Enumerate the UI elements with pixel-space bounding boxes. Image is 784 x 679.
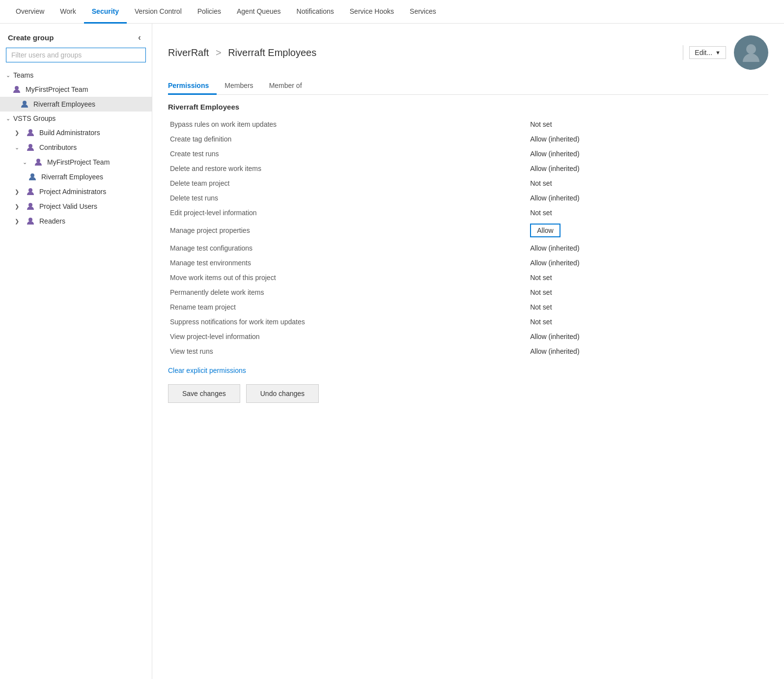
svg-point-9 <box>746 44 756 54</box>
table-row: Create test runsAllow (inherited) <box>168 146 768 161</box>
contributors-label: Contributors <box>39 143 77 151</box>
sidebar: Create group ‹ ⌄ Teams MyFirstProject Te… <box>0 24 152 679</box>
sidebar-item-myfirstproject-team[interactable]: MyFirstProject Team <box>0 82 152 97</box>
table-row: Move work items out of this projectNot s… <box>168 270 768 285</box>
sidebar-item-myfp-sub[interactable]: ⌄ MyFirstProject Team <box>0 155 152 170</box>
permission-value: Allow (inherited) <box>528 255 768 270</box>
sidebar-item-riverraft-sub[interactable]: Riverraft Employees <box>0 170 152 184</box>
group-icon-readers <box>26 216 35 226</box>
sidebar-header: Create group ‹ <box>0 24 152 48</box>
table-row: Bypass rules on work item updatesNot set <box>168 117 768 132</box>
table-row: Manage test configurationsAllow (inherit… <box>168 241 768 255</box>
edit-dropdown[interactable]: Edit... ▼ <box>689 46 726 59</box>
permission-name: Delete and restore work items <box>168 161 528 176</box>
tree: ⌄ Teams MyFirstProject Team <box>0 68 152 679</box>
permission-name: Create test runs <box>168 146 528 161</box>
svg-point-3 <box>28 144 32 148</box>
table-row: Create tag definitionAllow (inherited) <box>168 132 768 146</box>
nav-item-security[interactable]: Security <box>84 0 127 24</box>
svg-point-4 <box>36 159 40 163</box>
content: RiverRaft > Riverraft Employees Edit... … <box>152 24 784 679</box>
vsts-groups-label: VSTS Groups <box>13 114 56 122</box>
permission-value[interactable]: Allow <box>528 220 768 241</box>
table-row: Edit project-level informationNot set <box>168 205 768 220</box>
table-row: Manage test environmentsAllow (inherited… <box>168 255 768 270</box>
create-group-label: Create group <box>8 33 54 42</box>
breadcrumb: RiverRaft > Riverraft Employees <box>168 47 683 58</box>
permission-value: Allow (inherited) <box>528 132 768 146</box>
table-row: Rename team projectNot set <box>168 300 768 314</box>
nav-item-policies[interactable]: Policies <box>190 0 229 24</box>
build-administrators-label: Build Administrators <box>39 129 100 137</box>
permission-value: Allow (inherited) <box>528 344 768 359</box>
readers-label: Readers <box>39 217 65 225</box>
sidebar-item-readers[interactable]: ❯ Readers <box>0 214 152 228</box>
permission-value: Allow (inherited) <box>528 191 768 205</box>
nav-item-notifications[interactable]: Notifications <box>289 0 342 24</box>
permission-value: Allow (inherited) <box>528 146 768 161</box>
permission-value: Not set <box>528 314 768 329</box>
nav-item-agent-queues[interactable]: Agent Queues <box>229 0 289 24</box>
vsts-chevron-icon: ⌄ <box>6 115 10 122</box>
sidebar-item-project-valid-users[interactable]: ❯ Project Valid Users <box>0 199 152 214</box>
permission-name: Manage test configurations <box>168 241 528 255</box>
myfirstproject-team-label: MyFirstProject Team <box>26 85 88 93</box>
permission-name: Create tag definition <box>168 132 528 146</box>
tab-members[interactable]: Members <box>224 78 261 95</box>
tab-member-of[interactable]: Member of <box>269 78 310 95</box>
permission-name: Bypass rules on work item updates <box>168 117 528 132</box>
table-row: Delete and restore work itemsAllow (inhe… <box>168 161 768 176</box>
svg-point-2 <box>28 129 32 133</box>
permission-name: Edit project-level information <box>168 205 528 220</box>
table-row: View project-level informationAllow (inh… <box>168 329 768 344</box>
section-title: Riverraft Employees <box>168 103 768 111</box>
collapse-button[interactable]: ‹ <box>135 31 144 44</box>
breadcrumb-separator: > <box>216 47 224 58</box>
filter-input[interactable] <box>6 48 146 62</box>
permission-value: Not set <box>528 205 768 220</box>
avatar <box>734 35 768 70</box>
main-layout: Create group ‹ ⌄ Teams MyFirstProject Te… <box>0 24 784 679</box>
undo-changes-button[interactable]: Undo changes <box>246 384 319 403</box>
project-valid-users-label: Project Valid Users <box>39 202 97 210</box>
expand-icon-proj-admin: ❯ <box>12 187 22 197</box>
table-row: Permanently delete work itemsNot set <box>168 285 768 300</box>
vsts-groups-section[interactable]: ⌄ VSTS Groups <box>0 112 152 125</box>
table-row: Delete test runsAllow (inherited) <box>168 191 768 205</box>
permission-value: Not set <box>528 176 768 191</box>
breadcrumb-root: RiverRaft <box>168 47 209 58</box>
teams-section[interactable]: ⌄ Teams <box>0 68 152 82</box>
permission-name: View project-level information <box>168 329 528 344</box>
content-header: RiverRaft > Riverraft Employees Edit... … <box>168 35 768 70</box>
sidebar-item-contributors[interactable]: ⌄ Contributors <box>0 140 152 155</box>
group-icon-riverraft <box>20 99 29 109</box>
group-icon-contributors <box>26 142 35 152</box>
top-nav: Overview Work Security Version Control P… <box>0 0 784 24</box>
header-divider <box>683 45 683 60</box>
permission-name: Permanently delete work items <box>168 285 528 300</box>
sidebar-item-build-administrators[interactable]: ❯ Build Administrators <box>0 125 152 140</box>
clear-explicit-permissions-link[interactable]: Clear explicit permissions <box>168 367 246 374</box>
sidebar-item-project-administrators[interactable]: ❯ Project Administrators <box>0 184 152 199</box>
svg-point-1 <box>23 101 27 105</box>
nav-item-services[interactable]: Services <box>402 0 444 24</box>
permission-name: Rename team project <box>168 300 528 314</box>
save-changes-button[interactable]: Save changes <box>168 384 240 403</box>
permission-name: Delete test runs <box>168 191 528 205</box>
table-row: View test runsAllow (inherited) <box>168 344 768 359</box>
tab-permissions[interactable]: Permissions <box>168 78 217 95</box>
nav-item-overview[interactable]: Overview <box>8 0 52 24</box>
permissions-table: Bypass rules on work item updatesNot set… <box>168 117 768 359</box>
table-row: Manage project propertiesAllow <box>168 220 768 241</box>
permission-value: Not set <box>528 270 768 285</box>
group-icon-build-admin <box>26 128 35 138</box>
sidebar-item-riverraft-employees[interactable]: Riverraft Employees <box>0 97 152 112</box>
permission-value: Not set <box>528 285 768 300</box>
permission-name: Manage project properties <box>168 220 528 241</box>
nav-item-work[interactable]: Work <box>52 0 84 24</box>
nav-item-service-hooks[interactable]: Service Hooks <box>342 0 402 24</box>
riverraft-employees-label: Riverraft Employees <box>33 100 95 108</box>
edit-caret-icon: ▼ <box>715 50 721 56</box>
svg-point-7 <box>28 203 32 207</box>
nav-item-version-control[interactable]: Version Control <box>127 0 190 24</box>
